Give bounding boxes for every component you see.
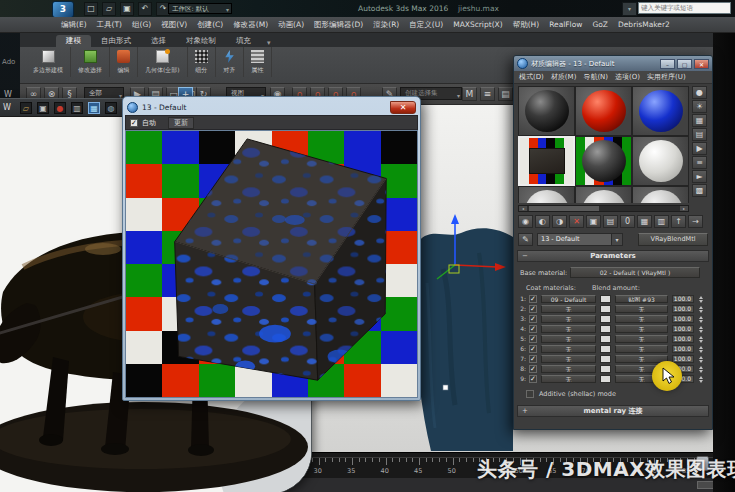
photo-grid-icon[interactable]: ▦ — [88, 102, 100, 114]
coat-enable-checkbox[interactable]: ✓ — [529, 365, 537, 373]
menu-item[interactable]: 渲染(R) — [368, 19, 404, 31]
collapse-icon[interactable]: − — [522, 251, 528, 262]
video-color-check-icon[interactable]: ▶ — [692, 142, 707, 155]
spinner-down-icon[interactable] — [699, 370, 703, 373]
show-end-result-icon[interactable]: ▥ — [654, 215, 669, 228]
blend-map-button[interactable]: 无 — [615, 315, 668, 323]
maximize-button[interactable]: ▢ — [677, 59, 692, 69]
spinner-up-icon[interactable] — [699, 356, 703, 359]
align-icon[interactable]: ≡ — [480, 87, 495, 101]
go-to-parent-icon[interactable]: ↑ — [671, 215, 686, 228]
material-id-icon[interactable]: 0 — [620, 215, 635, 228]
reset-map-icon[interactable]: ✕ — [569, 215, 584, 228]
spinner-up-icon[interactable] — [699, 336, 703, 339]
coat-enable-checkbox[interactable]: ✓ — [529, 315, 537, 323]
material-slot[interactable] — [632, 136, 689, 186]
menu-item[interactable]: RealFlow — [544, 19, 587, 30]
coat-material-button[interactable]: 无 — [541, 305, 596, 313]
options-icon[interactable]: ≡ — [692, 156, 707, 169]
coat-material-button[interactable]: 无 — [541, 355, 596, 363]
menu-item[interactable]: 自定义(U) — [404, 19, 448, 31]
blend-amount-field[interactable]: 100.0 — [672, 345, 694, 353]
new-file-icon[interactable]: □ — [84, 2, 98, 16]
spinner-up-icon[interactable] — [699, 296, 703, 299]
search-input[interactable] — [638, 2, 731, 14]
base-material-button[interactable]: 02 - Default ( VRayMtl ) — [570, 267, 700, 278]
material-editor-menu-item[interactable]: 模式(D) — [519, 72, 544, 82]
material-slot[interactable] — [575, 136, 632, 186]
go-forward-icon[interactable]: → — [688, 215, 703, 228]
open-file-icon[interactable]: ▱ — [102, 2, 116, 16]
close-icon[interactable]: ✕ — [390, 101, 416, 114]
max-logo[interactable]: 3 — [52, 1, 74, 18]
coat-enable-checkbox[interactable]: ✓ — [529, 375, 537, 383]
material-slot[interactable] — [518, 136, 575, 186]
scroll-right-icon[interactable]: ▸ — [680, 206, 688, 211]
blend-amount-spinner[interactable] — [697, 364, 705, 374]
coat-enable-checkbox[interactable]: ✓ — [529, 305, 537, 313]
material-slot[interactable] — [632, 186, 689, 203]
save-file-icon[interactable]: ▣ — [120, 2, 134, 16]
coat-enable-checkbox[interactable]: ✓ — [529, 325, 537, 333]
expand-icon[interactable]: + — [522, 406, 528, 417]
undo-icon[interactable]: ↶ — [138, 2, 152, 16]
blend-amount-field[interactable]: 100.0 — [672, 355, 694, 363]
material-editor-menu-item[interactable]: 选项(O) — [615, 72, 640, 82]
blend-amount-spinner[interactable] — [697, 314, 705, 324]
additive-mode-checkbox[interactable] — [526, 390, 534, 398]
backlight-icon[interactable]: ☀ — [692, 100, 707, 113]
ribbon-tab[interactable]: 对象绘制 — [176, 35, 226, 47]
coat-material-button[interactable]: 09 - Default — [541, 295, 596, 303]
ribbon-panel[interactable]: 细分 — [188, 47, 216, 77]
blend-map-button[interactable]: 贴图 #93 — [615, 295, 668, 303]
mental-ray-rollout[interactable]: + mental ray 连接 — [517, 405, 709, 417]
blend-map-button[interactable]: 无 — [615, 325, 668, 333]
material-editor-menu-item[interactable]: 材质(M) — [551, 72, 577, 82]
ribbon-tab[interactable]: 填充 — [226, 35, 261, 47]
close-button[interactable]: ✕ — [694, 59, 709, 69]
coat-enable-checkbox[interactable]: ✓ — [529, 355, 537, 363]
coat-material-button[interactable]: 无 — [541, 345, 596, 353]
scrollbar-thumb[interactable] — [529, 206, 599, 211]
sample-tiling-icon[interactable]: ▤ — [692, 128, 707, 141]
photo-save-icon[interactable]: ▣ — [37, 102, 49, 114]
ribbon-panel[interactable]: 多边形建模 — [26, 47, 71, 77]
menu-item[interactable]: 图形编辑器(D) — [309, 19, 368, 31]
get-material-icon[interactable]: ◉ — [518, 215, 533, 228]
menu-item[interactable]: MAXScript(X) — [448, 19, 507, 30]
viewport-cloth-object[interactable] — [413, 213, 513, 451]
chevron-down-icon[interactable]: ▾ — [611, 233, 623, 246]
coat-color-swatch[interactable] — [600, 355, 611, 363]
background-icon[interactable]: ▦ — [692, 114, 707, 127]
spinner-up-icon[interactable] — [699, 346, 703, 349]
coat-color-swatch[interactable] — [600, 375, 611, 383]
blend-amount-field[interactable]: 100.0 — [672, 295, 694, 303]
sample-type-icon[interactable]: ● — [692, 86, 707, 99]
photo-copy-icon[interactable]: ▥ — [71, 102, 83, 114]
material-type-button[interactable]: VRayBlendMtl — [638, 233, 708, 246]
ribbon-tab[interactable]: 自由形式 — [91, 35, 141, 47]
render-preview-window[interactable]: 13 - Default ✕ ✓ 自动 更新 — [122, 96, 421, 401]
blend-amount-spinner[interactable] — [697, 304, 705, 314]
chevron-down-icon[interactable]: ▾ — [267, 39, 271, 47]
ribbon-panel[interactable]: 属性 — [244, 47, 272, 77]
blend-amount-spinner[interactable] — [697, 374, 705, 384]
coat-color-swatch[interactable] — [600, 305, 611, 313]
material-slot[interactable] — [632, 86, 689, 136]
coat-color-swatch[interactable] — [600, 315, 611, 323]
menu-item[interactable]: DebrisMaker2 — [613, 19, 675, 30]
material-slot[interactable] — [518, 86, 575, 136]
coat-enable-checkbox[interactable]: ✓ — [529, 345, 537, 353]
ribbon-tab[interactable]: 选择 — [141, 35, 176, 47]
blend-amount-field[interactable]: 100.0 — [672, 305, 694, 313]
coat-enable-checkbox[interactable]: ✓ — [529, 335, 537, 343]
make-unique-icon[interactable]: ▣ — [586, 215, 601, 228]
spinner-down-icon[interactable] — [699, 340, 703, 343]
spinner-down-icon[interactable] — [699, 330, 703, 333]
render-window-titlebar[interactable]: 13 - Default ✕ — [125, 99, 418, 115]
blend-amount-spinner[interactable] — [697, 294, 705, 304]
menu-item[interactable]: 帮助(H) — [508, 19, 545, 31]
menu-item[interactable]: 编辑(E) — [56, 19, 92, 31]
spinner-up-icon[interactable] — [699, 326, 703, 329]
put-to-scene-icon[interactable]: ◐ — [535, 215, 550, 228]
